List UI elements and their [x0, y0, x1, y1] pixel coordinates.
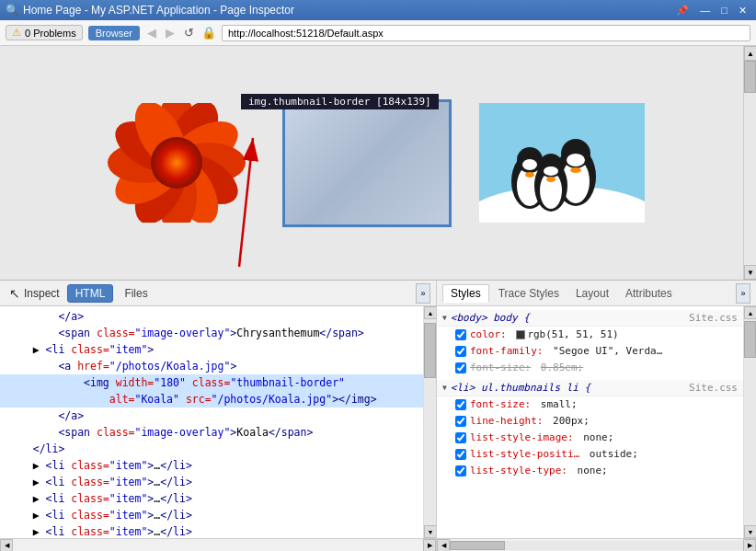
tab-files[interactable]: Files: [117, 285, 155, 302]
inspect-button[interactable]: ↖ Inspect: [6, 284, 63, 303]
svg-point-14: [151, 137, 202, 189]
left-scroll-down[interactable]: ▼: [424, 525, 436, 538]
code-line: </a>: [0, 308, 423, 325]
main-container: img.thumbnail-border [184x139]: [0, 46, 756, 551]
right-scroll-track: [744, 319, 756, 525]
scroll-track: [744, 61, 756, 265]
style-val-strikethrough: 0.85em;: [541, 361, 583, 375]
style-file: Site.css: [689, 312, 738, 324]
style-prop: font-family:: [470, 344, 543, 359]
left-scroll-up[interactable]: ▲: [424, 306, 436, 319]
right-hscroll-thumb: [450, 541, 505, 550]
section-triangle-icon: ▼: [442, 314, 447, 322]
flower-svg: [98, 103, 255, 223]
toolbar: ⚠ 0 Problems Browser ◀ ▶ ↺ 🔒: [0, 20, 756, 46]
code-line: <span class="image-overlay">Chrysanthemu…: [0, 325, 423, 341]
style-checkbox[interactable]: [455, 465, 466, 476]
right-hscroll-right[interactable]: ▶: [743, 539, 756, 552]
close-button[interactable]: ✕: [735, 5, 750, 17]
style-val: 200px;: [553, 414, 590, 429]
tab-styles[interactable]: Styles: [442, 284, 489, 303]
bottom-panel: ↖ Inspect HTML Files » </a> <span class=…: [0, 280, 756, 551]
tab-layout[interactable]: Layout: [568, 285, 616, 302]
svg-point-30: [544, 166, 558, 176]
right-scroll-thumb: [744, 321, 756, 358]
code-line: </li>: [0, 441, 423, 457]
left-hscroll-right[interactable]: ▶: [423, 539, 436, 552]
element-tooltip: img.thumbnail-border [184x139]: [241, 94, 439, 109]
styles-content: ▼ <body> body { Site.css color: rgb(51, …: [437, 306, 743, 538]
inspect-label: Inspect: [24, 287, 60, 300]
lock-icon: 🔒: [201, 26, 216, 40]
code-line-highlighted-2[interactable]: alt="Koala" src="/photos/Koala.jpg"></im…: [0, 391, 423, 408]
style-row: color: rgb(51, 51, 51): [437, 327, 743, 343]
right-panel-hscrollbar: ◀ ▶: [437, 538, 756, 551]
title-bar-left: 🔍 Home Page - My ASP.NET Application - P…: [6, 4, 294, 17]
tab-attributes[interactable]: Attributes: [618, 285, 680, 302]
svg-point-25: [567, 154, 585, 166]
left-panel: ↖ Inspect HTML Files » </a> <span class=…: [0, 281, 437, 551]
penguins-image: [479, 103, 645, 223]
code-line: ▶ <li class="item">…</li>: [0, 457, 423, 474]
style-checkbox[interactable]: [455, 399, 466, 410]
style-prop: line-height:: [470, 414, 543, 429]
code-line: ▶ <li class="item">…</li>: [0, 507, 423, 523]
style-row: line-height: 200px;: [437, 413, 743, 430]
tab-html[interactable]: HTML: [67, 284, 114, 303]
style-checkbox[interactable]: [455, 362, 466, 373]
style-checkbox[interactable]: [455, 329, 466, 340]
preview-scrollbar: ▲ ▼: [743, 46, 756, 280]
collapse-right-panel-button[interactable]: »: [736, 283, 750, 304]
style-val: none;: [583, 430, 613, 445]
right-hscroll-left[interactable]: ◀: [437, 539, 450, 552]
scroll-up-button[interactable]: ▲: [744, 46, 756, 61]
style-val: "Segoe UI", Verda…: [553, 344, 662, 359]
style-checkbox[interactable]: [455, 432, 466, 443]
pin-button[interactable]: 📌: [672, 5, 693, 17]
style-checkbox[interactable]: [455, 449, 466, 460]
right-panel-scrollbar: ▲ ▼: [743, 306, 756, 538]
left-panel-scrollbar: ▲ ▼: [423, 306, 436, 538]
code-line: ▶ <li class="item">: [0, 341, 423, 358]
code-line: ▶ <li class="item">…</li>: [0, 490, 423, 507]
maximize-button[interactable]: □: [717, 5, 731, 16]
style-row: font-size: 0.85em;: [437, 360, 743, 376]
scroll-thumb: [744, 61, 756, 93]
style-prop-strikethrough: font-size:: [470, 361, 531, 375]
color-swatch: [516, 330, 525, 339]
refresh-button[interactable]: ↺: [182, 26, 196, 40]
cursor-icon: ↖: [9, 286, 20, 301]
style-checkbox[interactable]: [455, 346, 466, 357]
style-prop: list-style-image:: [470, 430, 574, 445]
problems-count: 0 Problems: [25, 28, 76, 39]
style-prop: font-size:: [470, 397, 531, 412]
problems-badge: ⚠ 0 Problems: [6, 25, 83, 40]
style-section-li-header: ▼ <li> ul.thumbnails li { Site.css: [437, 380, 743, 396]
style-val: small;: [541, 397, 578, 412]
style-row: list-style-positi… outside;: [437, 446, 743, 463]
style-prop: color:: [470, 327, 507, 342]
minimize-button[interactable]: —: [696, 5, 714, 16]
style-header-left: ▼ <li> ul.thumbnails li {: [442, 382, 590, 394]
code-line: <a href="/photos/Koala.jpg">: [0, 358, 423, 374]
address-bar[interactable]: [222, 25, 750, 41]
code-line-highlighted-1[interactable]: <img width="180" class="thumbnail-border…: [0, 374, 423, 391]
penguins-svg: [479, 103, 645, 223]
collapse-panel-button[interactable]: »: [416, 283, 430, 304]
styles-wrapper: ▼ <body> body { Site.css color: rgb(51, …: [437, 306, 756, 538]
tab-trace-styles[interactable]: Trace Styles: [491, 285, 567, 302]
style-val: rgb(51, 51, 51): [527, 327, 618, 342]
style-prop: list-style-type:: [470, 464, 567, 478]
right-scroll-down[interactable]: ▼: [744, 525, 756, 538]
browser-tab[interactable]: Browser: [88, 26, 140, 40]
style-row: list-style-image: none;: [437, 430, 743, 446]
left-panel-hscrollbar: ◀ ▶: [0, 538, 436, 551]
right-panel: Styles Trace Styles Layout Attributes » …: [437, 281, 756, 551]
style-checkbox[interactable]: [455, 416, 466, 427]
forward-button[interactable]: ▶: [164, 26, 177, 40]
back-button[interactable]: ◀: [145, 26, 158, 40]
left-hscroll-left[interactable]: ◀: [0, 539, 13, 552]
code-line: <span class="image-overlay">Koala</span>: [0, 424, 423, 441]
right-scroll-up[interactable]: ▲: [744, 306, 756, 319]
scroll-down-button[interactable]: ▼: [744, 265, 756, 280]
